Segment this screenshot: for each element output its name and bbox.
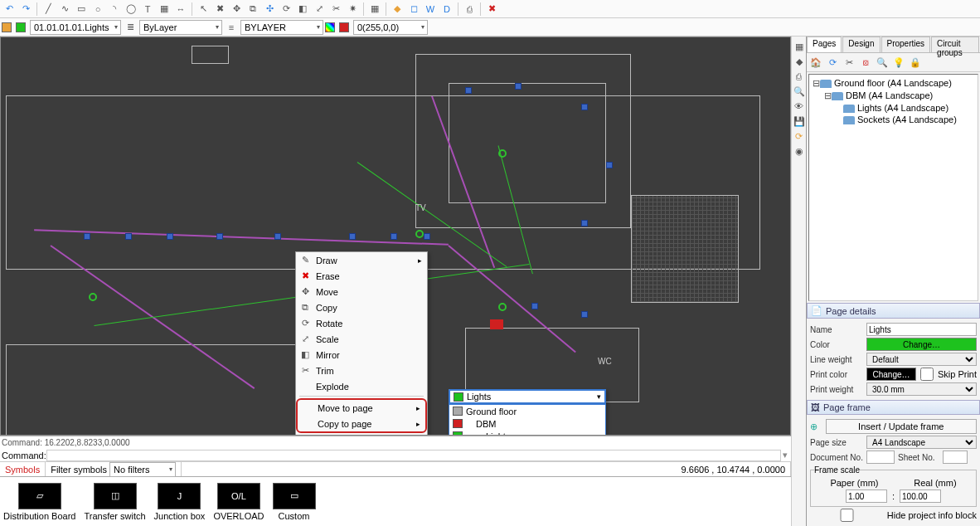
tree-find-icon[interactable]: 🔍 [875, 55, 890, 70]
command-input[interactable] [46, 450, 781, 461]
page-tree[interactable]: ⊟Ground floor (A4 Landscape)⊟DBM (A4 Lan… [808, 74, 978, 301]
tree-lock-icon[interactable]: 🔒 [908, 55, 923, 70]
tree-root-icon[interactable]: 🏠 [808, 55, 823, 70]
lineweight-icon[interactable]: ≡ [224, 20, 239, 35]
print-color-button[interactable]: Change… [866, 368, 916, 381]
ctx-move-to-page[interactable]: Move to page▸ [298, 400, 425, 416]
hatch-tool-icon[interactable]: ▦ [157, 2, 172, 17]
explode-tool-icon[interactable]: ✷ [345, 2, 360, 17]
page-option-lights[interactable]: Lights [449, 430, 605, 436]
grid-icon[interactable]: ▦ [367, 2, 382, 17]
symbol-distribution-board[interactable]: ▱Distribution Board [3, 483, 75, 521]
delete-icon[interactable]: ✖ [484, 2, 499, 17]
layer-combo[interactable]: 01.01.01.01.Lights [30, 20, 121, 35]
tab-properties[interactable]: Properties [881, 37, 931, 52]
tree-node[interactable]: Sockets (A4 Landscape) [812, 114, 975, 125]
move-tool-icon[interactable]: ✥ [229, 2, 244, 17]
line-weight-select[interactable]: Default [866, 353, 977, 366]
circle-tool-icon[interactable]: ○ [90, 2, 105, 17]
real-scale-input[interactable] [900, 489, 941, 503]
tab-design[interactable]: Design [842, 37, 880, 52]
ctx-explode[interactable]: Explode [296, 378, 427, 394]
dock-visibility-icon[interactable]: ◉ [793, 144, 806, 158]
ctx-trim[interactable]: ✂Trim [296, 363, 427, 378]
rect-tool-icon[interactable]: ▭ [74, 2, 89, 17]
polyline-tool-icon[interactable]: ∿ [57, 2, 72, 17]
symbols-tab[interactable]: Symbols [0, 462, 46, 476]
dock-layers-icon[interactable]: ◆ [793, 55, 806, 68]
print-icon[interactable]: ⎙ [462, 2, 477, 17]
ctx-scale[interactable]: ⤢Scale [296, 331, 427, 347]
paper-scale-input[interactable] [846, 489, 887, 503]
page-name-input[interactable] [866, 323, 977, 336]
tab-circuit-groups[interactable]: Circuit groups [931, 37, 979, 52]
tree-bulb-icon[interactable]: 💡 [891, 55, 906, 70]
ctx-rotate[interactable]: ⟳Rotate [296, 315, 427, 331]
redo-icon[interactable]: ↷ [18, 2, 33, 17]
doc-no-input[interactable] [866, 451, 895, 464]
insert-frame-button[interactable]: Insert / Update frame [826, 419, 977, 434]
copy-tool-icon[interactable]: ⧉ [245, 2, 260, 17]
erase-tool-icon[interactable]: ✖ [212, 2, 227, 17]
tab-pages[interactable]: Pages [807, 37, 842, 52]
page-select-combo[interactable]: Lights ▾ [449, 389, 606, 404]
tree-node[interactable]: ⊟Ground floor (A4 Landscape) [812, 77, 975, 90]
symbol-junction-box[interactable]: JJunction box [154, 483, 206, 521]
viewport-d-icon[interactable]: D [439, 2, 454, 17]
select-tool-icon[interactable]: ↖ [196, 2, 211, 17]
undo-icon[interactable]: ↶ [2, 2, 17, 17]
mirror-tool-icon[interactable]: ◧ [295, 2, 310, 17]
scale-tool-icon[interactable]: ⤢ [312, 2, 327, 17]
ctx-move[interactable]: ✥Move [296, 284, 427, 300]
symbol-overload[interactable]: O/LOVERLOAD [213, 483, 264, 521]
dock-refresh-icon[interactable]: ⟳ [793, 129, 806, 143]
ctx-copy[interactable]: ⧉Copy [296, 300, 427, 315]
line-tool-icon[interactable]: ╱ [41, 2, 56, 17]
page-color-button[interactable]: Change… [866, 338, 977, 351]
arc-tool-icon[interactable]: ◝ [107, 2, 122, 17]
trim-tool-icon[interactable]: ✂ [328, 2, 343, 17]
rotate-tool-icon[interactable]: ⟳ [279, 2, 294, 17]
symbol-custom[interactable]: ▭Custom [273, 483, 316, 521]
linetype-combo[interactable]: ByLayer [139, 20, 222, 35]
page-option-ground-floor[interactable]: Ground floor [449, 405, 605, 417]
text-tool-icon[interactable]: T [140, 2, 155, 17]
symbol-transfer-switch[interactable]: ◫Transfer switch [84, 483, 145, 521]
tree-cut-icon[interactable]: ✂ [842, 55, 856, 70]
lineweight-combo[interactable]: BYLAYER [240, 20, 323, 35]
ctx-draw[interactable]: ✎Draw▸ [296, 252, 427, 268]
dock-print-icon[interactable]: ⎙ [793, 70, 806, 83]
color-combo[interactable]: 0(255,0,0) [353, 20, 428, 35]
dock-plan-icon[interactable]: ▦ [793, 40, 806, 53]
ctx-copy-to-page[interactable]: Copy to page▸ [298, 416, 425, 431]
tree-delete-icon[interactable]: ⦻ [858, 55, 873, 70]
page-option-dbm[interactable]: DBM [449, 417, 605, 430]
viewport-a-icon[interactable]: ◻ [406, 2, 421, 17]
tree-node[interactable]: ⊟DBM (A4 Landscape) [812, 90, 975, 102]
pan-tool-icon[interactable]: ✣ [262, 2, 277, 17]
tree-node[interactable]: Lights (A4 Landscape) [812, 102, 975, 114]
dock-eye-icon[interactable]: 👁 [793, 100, 806, 113]
ctx-erase[interactable]: ✖Erase [296, 268, 427, 284]
skip-print-checkbox[interactable] [919, 368, 934, 381]
page-details-header: 📄 Page details [807, 303, 980, 319]
tree-toolbar: 🏠 ⟳ ✂ ⦻ 🔍 💡 🔒 [807, 53, 980, 72]
hide-info-checkbox[interactable] [810, 509, 884, 522]
sheet-no-input[interactable] [943, 451, 968, 464]
ellipse-tool-icon[interactable]: ◯ [124, 2, 138, 17]
dock-save-icon[interactable]: 💾 [793, 114, 806, 128]
linetype-icon[interactable]: ≣ [123, 20, 138, 35]
command-dropdown-icon[interactable]: ▾ [781, 450, 789, 460]
ctx-mirror[interactable]: ◧Mirror [296, 347, 427, 363]
tree-refresh-icon[interactable]: ⟳ [825, 55, 840, 70]
drawing-canvas[interactable]: TV WC ✎Draw▸✖Erase✥Move⧉Copy⟳Rotate⤢Scal… [0, 37, 791, 436]
page-size-select[interactable]: A4 Landscape [866, 436, 977, 449]
filter-combo[interactable]: No filters [109, 462, 176, 477]
print-weight-select[interactable]: 30.0 mm [866, 382, 977, 396]
layer-icon[interactable]: ◆ [390, 2, 405, 17]
dock-zoom-icon[interactable]: 🔍 [793, 85, 806, 98]
page-details-body: Name ColorChange… Line weightDefault Pri… [807, 319, 980, 400]
viewport-w-icon[interactable]: W [423, 2, 438, 17]
dimension-tool-icon[interactable]: ↔ [173, 2, 188, 17]
color-picker-icon[interactable] [325, 22, 335, 32]
